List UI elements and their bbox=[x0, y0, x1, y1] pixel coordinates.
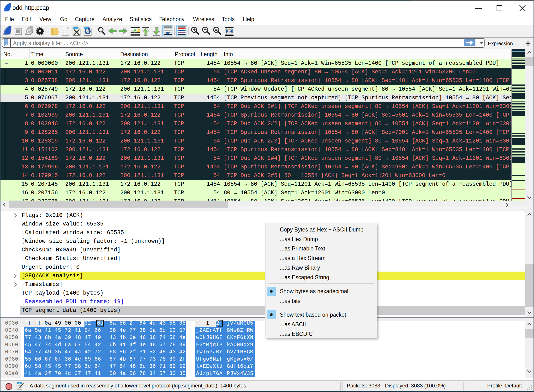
svg-text:0110: 0110 bbox=[18, 388, 22, 390]
svg-text:0111: 0111 bbox=[63, 33, 68, 36]
